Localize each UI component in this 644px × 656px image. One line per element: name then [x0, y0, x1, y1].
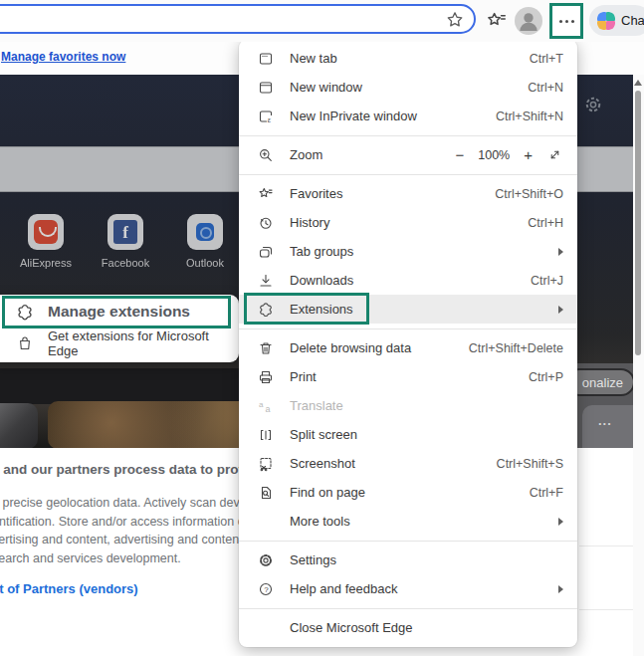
chat-button[interactable]: Chat: [589, 5, 644, 36]
tab-groups-icon: [257, 243, 274, 260]
fullscreen-icon[interactable]: [546, 146, 563, 163]
menu-item-shortcut: Ctrl+T: [530, 52, 563, 66]
quick-link-outlook[interactable]: Outlook: [187, 214, 223, 269]
submenu-arrow-icon: [558, 306, 563, 314]
new-tab-icon: [257, 50, 274, 67]
trash-icon: [257, 339, 274, 356]
menu-item-label: History: [290, 215, 329, 230]
menu-item-settings[interactable]: Settings: [239, 546, 577, 574]
get-extensions-label: Get extensions for Microsoft Edge: [48, 328, 229, 358]
menu-item-manage-extensions[interactable]: Manage extensions: [0, 296, 239, 328]
add-favorite-star-icon[interactable]: [444, 9, 466, 31]
menu-item-extensions[interactable]: Extensions: [239, 295, 577, 324]
svg-text:ε: ε: [267, 115, 271, 124]
history-clock-icon: [257, 214, 274, 231]
menu-item-shortcut: Ctrl+H: [528, 216, 563, 230]
extensions-submenu: Manage extensions Get extensions for Mic…: [0, 295, 239, 362]
settings-and-more-button[interactable]: [552, 6, 580, 36]
menu-item-zoom: Zoom − 100% +: [239, 140, 577, 169]
settings-gear-icon: [257, 551, 274, 568]
browser-window: AliExpress f Facebook Outlook onalize ..…: [0, 0, 644, 656]
page-scrollbar[interactable]: [633, 75, 644, 656]
quick-link-aliexpress[interactable]: AliExpress: [28, 214, 64, 269]
menu-item-new-window[interactable]: New window Ctrl+N: [239, 73, 577, 102]
downloads-icon: [257, 272, 274, 289]
inprivate-icon: ε: [257, 108, 274, 124]
consent-heading: e and our partners process data to provi: [0, 462, 250, 477]
menu-divider: [239, 608, 577, 609]
menu-item-favorites[interactable]: Favorites Ctrl+Shift+O: [239, 179, 577, 208]
browser-toolbar: Chat: [0, 0, 644, 42]
page-settings-gear-icon[interactable]: [583, 95, 603, 114]
translate-icon: aa: [257, 397, 274, 414]
menu-item-shortcut: Ctrl+J: [531, 274, 563, 288]
menu-divider: [239, 135, 577, 136]
copilot-icon: [597, 12, 615, 30]
scrollbar-up-arrow[interactable]: [634, 80, 642, 86]
find-on-page-icon: [257, 484, 274, 501]
tile-label: Facebook: [102, 257, 149, 269]
ellipsis-icon: [565, 20, 568, 23]
icon-spacer: [257, 619, 274, 636]
svg-text:?: ?: [264, 584, 269, 593]
aliexpress-icon: [28, 214, 64, 250]
menu-item-new-inprivate-window[interactable]: ε New InPrivate window Ctrl+Shift+N: [239, 102, 577, 130]
menu-item-new-tab[interactable]: New tab Ctrl+T: [239, 44, 577, 73]
consent-line: vertising and content, advertising and c…: [0, 531, 245, 549]
submenu-arrow-icon: [558, 585, 563, 593]
consent-line: entification. Store and/or access inform…: [0, 513, 245, 532]
menu-item-translate: aa Translate: [239, 391, 577, 420]
news-photo-thumbnail: [0, 403, 38, 449]
submenu-arrow-icon: [558, 518, 563, 526]
menu-item-close-microsoft-edge[interactable]: Close Microsoft Edge: [239, 613, 577, 642]
outlook-icon: [187, 214, 223, 250]
menu-item-label: New tab: [290, 51, 337, 66]
menu-item-tab-groups[interactable]: Tab groups: [239, 237, 577, 266]
menu-item-shortcut: Ctrl+Shift+N: [496, 109, 563, 123]
menu-item-label: Close Microsoft Edge: [290, 620, 413, 635]
favorites-star-icon: [257, 185, 274, 202]
menu-item-print[interactable]: Print Ctrl+P: [239, 362, 577, 391]
split-screen-icon: [257, 426, 274, 443]
zoom-out-button[interactable]: −: [455, 146, 464, 163]
menu-item-label: Translate: [290, 398, 343, 413]
menu-item-find-on-page[interactable]: Find on page Ctrl+F: [239, 478, 577, 507]
menu-item-screenshot[interactable]: Screenshot Ctrl+Shift+S: [239, 449, 577, 478]
menu-item-label: New InPrivate window: [290, 109, 417, 123]
menu-divider: [239, 541, 577, 542]
menu-item-label: Print: [290, 369, 317, 384]
menu-item-help-and-feedback[interactable]: ? Help and feedback: [239, 574, 577, 603]
menu-divider: [239, 328, 577, 329]
menu-item-label: Find on page: [290, 485, 365, 500]
menu-item-more-tools[interactable]: More tools: [239, 507, 577, 536]
menu-item-get-extensions[interactable]: Get extensions for Microsoft Edge: [0, 328, 239, 359]
manage-favorites-link[interactable]: Manage favorites now: [1, 50, 125, 64]
menu-item-split-screen[interactable]: Split screen: [239, 420, 577, 449]
quick-link-facebook[interactable]: f Facebook: [107, 214, 143, 269]
zoom-in-button[interactable]: +: [524, 146, 533, 163]
screenshot-scissors-icon: [257, 455, 274, 472]
menu-item-delete-browsing-data[interactable]: Delete browsing data Ctrl+Shift+Delete: [239, 333, 577, 362]
menu-item-label: Downloads: [290, 273, 353, 288]
menu-item-label: Zoom: [290, 147, 322, 162]
menu-item-shortcut: Ctrl+Shift+Delete: [469, 341, 563, 355]
new-window-icon: [257, 79, 274, 96]
svg-text:a: a: [259, 399, 264, 408]
menu-item-shortcut: Ctrl+Shift+S: [497, 457, 563, 471]
menu-item-label: Split screen: [290, 427, 357, 442]
favorites-toolbar-icon[interactable]: [484, 8, 510, 34]
menu-item-downloads[interactable]: Downloads Ctrl+J: [239, 266, 577, 295]
scrollbar-thumb[interactable]: [635, 91, 641, 355]
menu-item-label: Settings: [290, 552, 336, 567]
settings-and-more-menu: New tab Ctrl+T New window Ctrl+N ε New I…: [239, 40, 577, 647]
menu-item-shortcut: Ctrl+F: [530, 486, 563, 500]
menu-item-label: Tab groups: [290, 244, 353, 259]
partners-vendors-link[interactable]: st of Partners (vendors): [0, 581, 138, 596]
menu-item-history[interactable]: History Ctrl+H: [239, 208, 577, 237]
icon-spacer: [257, 513, 274, 530]
address-bar[interactable]: [0, 4, 476, 34]
zoom-magnifier-icon: [257, 146, 274, 163]
menu-divider: [239, 174, 577, 175]
menu-item-label: Screenshot: [290, 456, 355, 471]
profile-avatar[interactable]: [515, 7, 542, 35]
